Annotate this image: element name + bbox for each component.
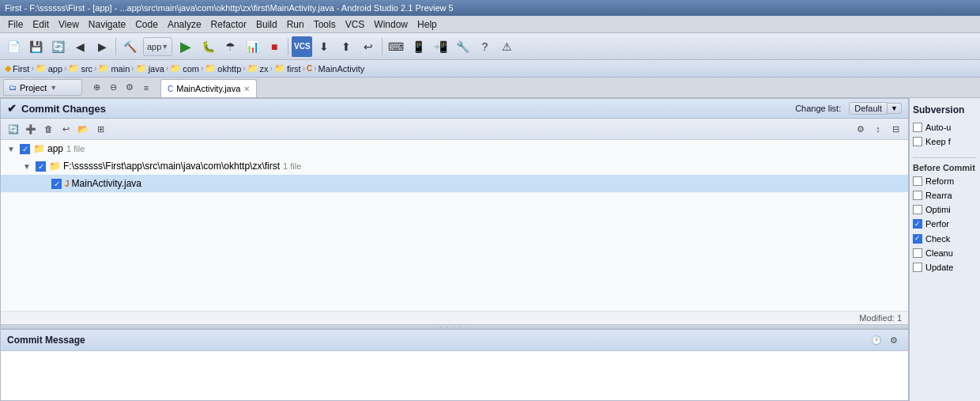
toolbar-back-button[interactable]: ◀ <box>70 36 90 57</box>
commit-settings-button[interactable]: ⚙ <box>853 121 869 137</box>
commit-collapse-button[interactable]: ⊟ <box>888 121 903 137</box>
bc-app[interactable]: 📁 app <box>36 63 62 74</box>
menu-bar: File Edit View Navigate Code Analyze Ref… <box>0 16 980 33</box>
menu-run[interactable]: Run <box>282 17 309 32</box>
title-text: First - F:\ssssss\First - [app] - ...app… <box>5 3 454 13</box>
tab-tool-collapse[interactable]: ⊖ <box>105 80 121 96</box>
menu-file[interactable]: File <box>3 17 28 32</box>
menu-code[interactable]: Code <box>130 17 163 32</box>
changes-area[interactable]: ▼ ✓ 📁 app 1 file ▼ ✓ 📁 F:\ssssss\First\a… <box>1 140 908 311</box>
toolbar-sdk-button[interactable]: 🔧 <box>452 36 473 57</box>
bc-class[interactable]: C <box>307 64 312 73</box>
toolbar-build-button[interactable]: 🔨 <box>119 36 140 57</box>
menu-build[interactable]: Build <box>251 17 282 32</box>
commit-browse-button[interactable]: 📂 <box>75 121 91 137</box>
commit-revert-button[interactable]: ↩ <box>58 121 74 137</box>
before-commit-cleanup-checkbox[interactable] <box>913 248 922 258</box>
bc-main[interactable]: 📁 main <box>98 63 130 74</box>
toolbar-help-button[interactable]: ? <box>474 36 495 57</box>
commit-add-button[interactable]: ➕ <box>23 121 39 137</box>
before-commit-optimize-checkbox[interactable] <box>913 205 922 214</box>
menu-edit[interactable]: Edit <box>28 17 54 32</box>
toolbar-coverage-button[interactable]: ☂ <box>220 36 240 57</box>
bc-java[interactable]: 📁 java <box>136 63 164 74</box>
modified-text: Modified: 1 <box>859 313 902 323</box>
commit-diff-button[interactable]: ⊞ <box>92 121 108 137</box>
toolbar-sep-3 <box>382 38 383 55</box>
toolbar-sep-1 <box>115 38 116 55</box>
menu-vcs[interactable]: VCS <box>341 17 370 32</box>
bc-zx[interactable]: 📁 zx <box>247 63 269 74</box>
toolbar-event-button[interactable]: ⚠ <box>496 36 517 57</box>
tree-checkbox-app[interactable]: ✓ <box>20 144 30 154</box>
bc-sep-7: › <box>243 64 245 73</box>
bc-okhttp-icon: 📁 <box>205 63 216 74</box>
tree-checkbox-mainactivity[interactable]: ✓ <box>51 179 62 189</box>
bc-sep-8: › <box>270 64 273 73</box>
bc-mainactivity[interactable]: MainActivity <box>318 64 365 74</box>
run-config-area[interactable]: app ▼ <box>143 37 172 56</box>
toolbar-forward-button[interactable]: ▶ <box>92 36 112 57</box>
commit-refresh-button[interactable]: 🔄 <box>6 121 21 137</box>
toolbar-profile-button[interactable]: 📊 <box>242 36 262 57</box>
commit-msg-icon2[interactable]: ⚙ <box>886 332 902 348</box>
toolbar-device-button[interactable]: 📱 <box>408 36 428 57</box>
commit-delete-button[interactable]: 🗑 <box>40 121 56 137</box>
bc-sep-9: › <box>303 64 305 73</box>
toolbar-terminal-button[interactable]: ⌨ <box>386 36 406 57</box>
bc-app-icon: 📁 <box>36 63 47 74</box>
menu-help[interactable]: Help <box>413 17 442 32</box>
commit-msg-header-icons: 🕐 ⚙ <box>869 332 902 348</box>
tree-item-app[interactable]: ▼ ✓ 📁 app 1 file <box>1 140 908 157</box>
tree-checkbox-path[interactable]: ✓ <box>36 161 46 172</box>
menu-view[interactable]: View <box>54 17 84 32</box>
main-area: ✔ Commit Changes Change list: Default ▼ … <box>0 98 980 401</box>
before-commit-check-checkbox[interactable]: ✓ <box>913 234 922 244</box>
menu-window[interactable]: Window <box>369 17 413 32</box>
bc-zx-label: zx <box>260 64 269 74</box>
toolbar-run-button[interactable]: ▶ <box>175 36 196 57</box>
menu-navigate[interactable]: Navigate <box>84 17 130 32</box>
toolbar-stop-button[interactable]: ■ <box>264 36 285 57</box>
bc-okhttp[interactable]: 📁 okhttp <box>205 63 241 74</box>
toolbar-save-button[interactable]: 💾 <box>25 36 46 57</box>
bc-first[interactable]: ◆ First <box>5 63 29 74</box>
toolbar-avd-button[interactable]: 📲 <box>430 36 450 57</box>
toolbar-debug-button[interactable]: 🐛 <box>198 36 218 57</box>
commit-msg-icon1[interactable]: 🕐 <box>869 332 884 348</box>
toolbar-new-button[interactable]: 📄 <box>3 36 24 57</box>
menu-refactor[interactable]: Refactor <box>206 17 251 32</box>
changelist-dropdown-button[interactable]: ▼ <box>888 103 902 114</box>
file-tab-close-button[interactable]: ✕ <box>243 85 250 93</box>
tree-item-mainactivity[interactable]: ✓ J MainActivity.java <box>1 175 908 192</box>
tree-app-label: app <box>47 143 63 154</box>
before-commit-reformat-checkbox[interactable] <box>913 176 922 186</box>
before-commit-update-checkbox[interactable] <box>913 263 922 272</box>
before-commit-perform-checkbox[interactable]: ✓ <box>913 219 922 229</box>
tab-tool-scope[interactable]: ⊕ <box>89 80 104 96</box>
tab-tool-settings[interactable]: ⚙ <box>122 80 138 96</box>
commit-sort-button[interactable]: ↕ <box>870 121 886 137</box>
bc-com[interactable]: 📁 com <box>170 63 199 74</box>
commit-message-input[interactable] <box>1 351 908 400</box>
subversion-auto-update-checkbox[interactable] <box>913 123 922 132</box>
bc-class-icon: C <box>307 64 312 73</box>
toolbar-vcs-button[interactable]: VCS <box>292 36 312 57</box>
before-commit-rearrange-checkbox[interactable] <box>913 191 922 200</box>
bc-first-pkg[interactable]: 📁 first <box>274 63 301 74</box>
toolbar-sync-button[interactable]: 🔄 <box>47 36 68 57</box>
bc-src[interactable]: 📁 src <box>68 63 92 74</box>
subversion-keep-files-checkbox[interactable] <box>913 137 922 146</box>
tree-toggle-app[interactable]: ▼ <box>7 145 18 153</box>
menu-tools[interactable]: Tools <box>309 17 341 32</box>
toolbar-revert-button[interactable]: ↩ <box>358 36 379 57</box>
project-selector[interactable]: 🗂 Project ▼ <box>3 79 82 96</box>
menu-analyze[interactable]: Analyze <box>163 17 206 32</box>
toolbar-commit-button[interactable]: ⬆ <box>336 36 356 57</box>
file-tab-mainactivity[interactable]: C MainActivity.java ✕ <box>160 79 257 97</box>
tree-toggle-path[interactable]: ▼ <box>23 162 34 171</box>
toolbar-update-button[interactable]: ⬇ <box>314 36 334 57</box>
tab-tool-layout[interactable]: ≡ <box>138 80 154 96</box>
bc-sep-3: › <box>94 64 96 73</box>
tree-item-path[interactable]: ▼ ✓ 📁 F:\ssssss\First\app\src\main\java\… <box>1 157 908 175</box>
